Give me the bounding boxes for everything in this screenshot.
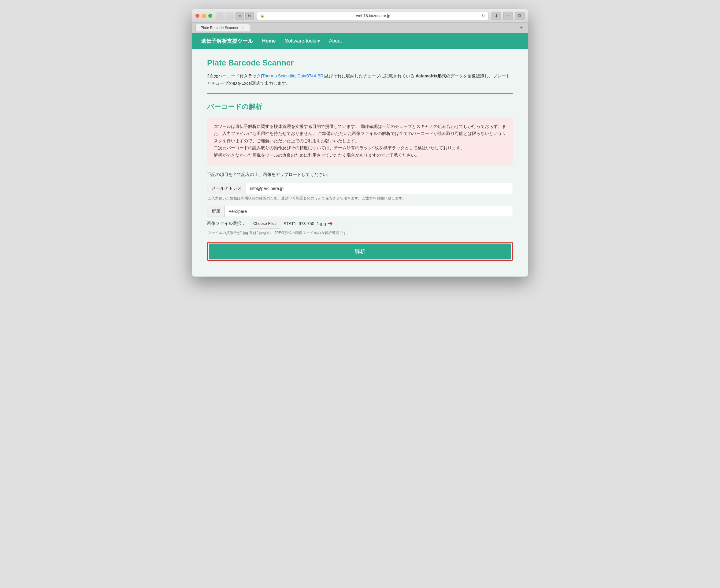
close-button[interactable] <box>195 14 199 18</box>
navbar: 遺伝子解析支援ツール Home Software-tools ▾ About <box>192 33 528 49</box>
nav-link-home[interactable]: Home <box>262 37 276 45</box>
maximize-button[interactable] <box>208 14 212 18</box>
file-hint: ファイルの拡張子が".jpg"又は".jpeg"の、JPEG形式の画像ファイルの… <box>208 230 513 235</box>
file-input-row: 画像ファイル選択： Choose Files STAT1_673-750_1.j… <box>207 219 513 229</box>
sidebar-icon: ▭ <box>238 14 241 18</box>
page-title: Plate Barcode Scanner <box>207 58 513 68</box>
tab-close-button[interactable]: × <box>241 26 245 30</box>
nav-link-software-tools[interactable]: Software-tools ▾ <box>285 37 320 45</box>
address-refresh-icon[interactable]: ↻ <box>482 14 485 18</box>
titlebar: ‹ › ▭ ↻ 🔒 web16.kazusa.or.jp ↻ ⬇ ↑ ⧉ <box>192 9 528 23</box>
navbar-brand[interactable]: 遺伝子解析支援ツール <box>201 38 253 45</box>
tabbar: Plate Barcode Scanner × + <box>192 23 528 33</box>
intro-paragraph: 2次元バーコード付きラック[Thermo Scientific, Cat#374… <box>207 72 513 87</box>
thermo-link[interactable]: Thermo Scientific, Cat#3744-BR <box>262 74 324 78</box>
back-icon: ‹ <box>219 14 221 18</box>
back-button[interactable]: ‹ <box>216 12 225 20</box>
affiliation-form-group: 所属 <box>207 206 513 217</box>
add-tab-icon: + <box>520 24 523 31</box>
lock-icon: 🔒 <box>260 14 264 18</box>
submit-button[interactable]: 解析 <box>209 244 511 259</box>
affiliation-label: 所属 <box>207 206 225 217</box>
email-label: メールアドレス <box>207 183 246 194</box>
new-tab-button[interactable]: + <box>518 24 525 31</box>
section-title: バーコードの解析 <box>207 102 513 111</box>
file-name-display: STAT1_673-750_1.jpg <box>283 221 326 226</box>
active-tab[interactable]: Plate Barcode Scanner × <box>195 24 250 32</box>
file-label: 画像ファイル選択： <box>207 221 246 226</box>
minimize-button[interactable] <box>202 14 206 18</box>
software-tools-label: Software-tools <box>285 38 316 44</box>
sidebar-toggle-button[interactable]: ▭ <box>235 12 244 20</box>
section-divider <box>207 93 513 93</box>
toolbar-right: ⬇ ↑ ⧉ <box>491 12 525 20</box>
choose-files-button[interactable]: Choose Files <box>249 219 281 229</box>
refresh-button[interactable]: ↻ <box>245 12 254 20</box>
forward-icon: › <box>229 14 231 18</box>
new-window-button[interactable]: ⧉ <box>515 12 525 20</box>
download-button[interactable]: ⬇ <box>491 12 501 20</box>
address-bar[interactable]: 🔒 web16.kazusa.or.jp ↻ <box>257 12 488 20</box>
nav-link-about[interactable]: About <box>329 37 342 45</box>
email-input[interactable] <box>246 183 513 194</box>
traffic-lights <box>195 14 212 18</box>
submit-button-wrapper: 解析 <box>207 242 513 261</box>
new-window-icon: ⧉ <box>518 13 521 18</box>
arrow-indicator-icon: ➜ <box>327 220 333 228</box>
main-content: Plate Barcode Scanner 2次元バーコード付きラック[Ther… <box>192 49 528 277</box>
url-text: web16.kazusa.or.jp <box>267 14 480 18</box>
close-icon: × <box>242 26 244 29</box>
share-icon: ↑ <box>507 14 509 18</box>
share-button[interactable]: ↑ <box>503 12 513 20</box>
warning-text: 本ツールは遺伝子解析に関する検体管理を支援する目的で提供しています。 動作確認は… <box>214 124 506 158</box>
email-form-group: メールアドレス <box>207 183 513 194</box>
email-hint: ご入力頂いた情報は利用状況の確認のため、連結不可能匿名化のうえで保管させて頂きま… <box>208 196 513 201</box>
tab-label: Plate Barcode Scanner <box>200 26 238 30</box>
dropdown-arrow-icon: ▾ <box>317 38 320 44</box>
forward-button[interactable]: › <box>226 12 234 20</box>
download-icon: ⬇ <box>494 14 498 18</box>
browser-window: ‹ › ▭ ↻ 🔒 web16.kazusa.or.jp ↻ ⬇ ↑ ⧉ <box>192 9 528 277</box>
form-instruction: 下記の項目を全て記入の上、画像をアップロードしてください。 <box>207 172 513 177</box>
affiliation-input[interactable] <box>225 206 513 217</box>
refresh-icon: ↻ <box>248 14 251 18</box>
warning-box: 本ツールは遺伝子解析に関する検体管理を支援する目的で提供しています。 動作確認は… <box>207 118 513 165</box>
nav-buttons: ‹ › <box>216 12 234 20</box>
